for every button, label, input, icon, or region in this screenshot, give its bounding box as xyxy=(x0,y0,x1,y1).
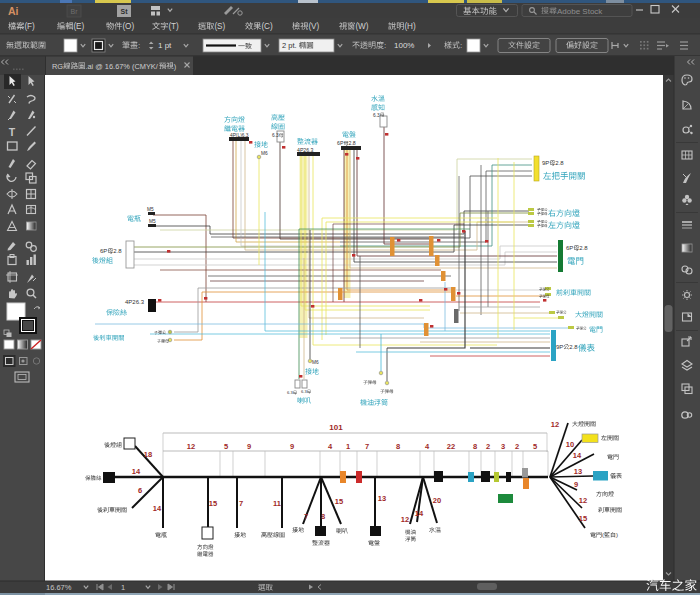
svg-text:2.8: 2.8 xyxy=(569,344,578,350)
svg-text:(C): (C) xyxy=(261,22,273,31)
svg-text:15: 15 xyxy=(209,499,217,508)
svg-text:Ai: Ai xyxy=(8,5,19,17)
svg-text:(H): (H) xyxy=(404,22,416,31)
svg-text::: : xyxy=(460,41,462,50)
svg-text:7: 7 xyxy=(304,512,308,521)
svg-text:9: 9 xyxy=(574,480,578,489)
svg-text:2.8: 2.8 xyxy=(113,248,122,254)
svg-text:6.3: 6.3 xyxy=(287,390,293,395)
svg-text:16.67%: 16.67% xyxy=(46,583,72,592)
svg-text:6.3: 6.3 xyxy=(373,113,380,118)
svg-text:): ) xyxy=(174,62,176,71)
svg-text:20: 20 xyxy=(433,496,441,505)
svg-text:100%: 100% xyxy=(394,41,414,50)
svg-text:(W): (W) xyxy=(355,22,368,31)
svg-text:4P26.3: 4P26.3 xyxy=(297,147,314,153)
svg-text:12: 12 xyxy=(579,496,587,505)
svg-text:15: 15 xyxy=(579,514,587,523)
svg-text:10: 10 xyxy=(566,440,574,449)
svg-text:M5: M5 xyxy=(149,219,156,224)
svg-text:101: 101 xyxy=(329,423,343,432)
svg-text:12: 12 xyxy=(551,420,559,429)
svg-text:(O): (O) xyxy=(122,22,134,31)
svg-text:3: 3 xyxy=(501,442,505,451)
svg-text:9: 9 xyxy=(290,442,294,451)
svg-text:M6: M6 xyxy=(312,360,319,365)
svg-text:T: T xyxy=(9,126,16,138)
svg-text:7: 7 xyxy=(239,499,243,508)
svg-text:12: 12 xyxy=(187,442,195,451)
svg-text:4P(L)6.3: 4P(L)6.3 xyxy=(230,133,249,138)
svg-text:9P: 9P xyxy=(556,344,563,350)
svg-text:RG: RG xyxy=(52,62,63,71)
svg-text:(E): (E) xyxy=(73,22,84,31)
svg-text:(T): (T) xyxy=(168,22,179,31)
svg-text:2: 2 xyxy=(515,442,519,451)
svg-text:1: 1 xyxy=(121,583,125,592)
svg-text:8: 8 xyxy=(396,442,400,451)
svg-text:5: 5 xyxy=(224,442,228,451)
svg-text:4P26.3: 4P26.3 xyxy=(125,299,145,305)
svg-text:(S): (S) xyxy=(214,22,225,31)
svg-text:6P: 6P xyxy=(100,248,107,254)
svg-text:9P: 9P xyxy=(542,160,549,166)
svg-text:14: 14 xyxy=(153,504,162,513)
svg-text:6P: 6P xyxy=(337,140,344,146)
svg-text:(V): (V) xyxy=(308,22,319,31)
svg-text:1: 1 xyxy=(346,442,350,451)
svg-text:2.8: 2.8 xyxy=(349,140,356,146)
svg-text:13: 13 xyxy=(574,467,582,476)
svg-text:14: 14 xyxy=(132,467,141,476)
svg-text:1 pt: 1 pt xyxy=(158,41,172,50)
svg-text:): ) xyxy=(616,532,618,538)
svg-text:6.3: 6.3 xyxy=(272,133,279,138)
svg-text:.ai @ 16.67% (CMYK/: .ai @ 16.67% (CMYK/ xyxy=(85,62,158,71)
svg-text::: : xyxy=(384,41,386,50)
svg-text:13: 13 xyxy=(378,494,386,503)
svg-text:7: 7 xyxy=(365,442,369,451)
svg-text:12: 12 xyxy=(401,515,409,524)
svg-text:M5: M5 xyxy=(147,207,154,212)
svg-text:St: St xyxy=(121,8,129,15)
svg-text:2.8: 2.8 xyxy=(555,160,564,166)
svg-text:14: 14 xyxy=(415,509,424,518)
svg-text:(: ( xyxy=(602,532,604,538)
svg-text:M6: M6 xyxy=(261,151,268,156)
svg-text:(F): (F) xyxy=(24,22,35,31)
svg-text:5: 5 xyxy=(533,442,537,451)
svg-text:8: 8 xyxy=(473,442,477,451)
svg-text:Br: Br xyxy=(71,8,79,15)
svg-text:9: 9 xyxy=(247,442,251,451)
svg-text:15: 15 xyxy=(335,497,343,506)
svg-text:2 pt.: 2 pt. xyxy=(282,41,297,50)
svg-text:8: 8 xyxy=(321,512,325,521)
svg-text:Adobe Stock: Adobe Stock xyxy=(557,7,603,16)
svg-text:11: 11 xyxy=(273,499,281,508)
svg-text::: : xyxy=(138,41,140,50)
svg-text:2: 2 xyxy=(486,442,490,451)
svg-text:14: 14 xyxy=(573,451,582,460)
svg-text:2.8: 2.8 xyxy=(579,245,588,251)
svg-text:22: 22 xyxy=(447,442,455,451)
svg-text:6: 6 xyxy=(138,486,142,495)
svg-text:18: 18 xyxy=(144,450,152,459)
svg-text:6.3: 6.3 xyxy=(301,389,307,394)
svg-text:6P: 6P xyxy=(566,245,573,251)
